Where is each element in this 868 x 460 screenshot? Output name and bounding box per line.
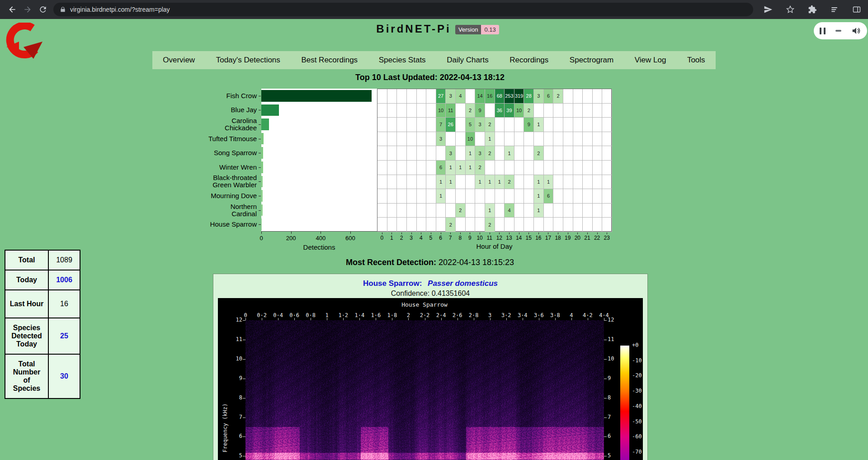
side-panel-button[interactable]	[849, 2, 864, 17]
extensions-button[interactable]	[805, 2, 820, 17]
freq-tick-label-right: 11	[608, 336, 614, 342]
heatmap-cell	[397, 218, 407, 232]
freq-tick-right	[604, 379, 607, 379]
bar-tick	[350, 232, 351, 234]
time-tick-label: 1·4	[354, 312, 364, 318]
hour-tick-label: 8	[458, 235, 462, 241]
heatmap-cell-value: 3	[446, 146, 456, 161]
stats-value[interactable]: 1006	[48, 270, 80, 290]
nav-overview[interactable]: Overview	[163, 56, 195, 65]
time-tick	[376, 318, 376, 320]
nav-daily-charts[interactable]: Daily Charts	[447, 56, 489, 65]
heatmap-cell	[593, 104, 603, 118]
freq-tick-right	[604, 359, 607, 360]
hour-tick-label: 0	[380, 235, 383, 241]
heatmap-cell-value: 3	[475, 146, 485, 161]
nav-view-log[interactable]: View Log	[635, 56, 666, 65]
heatmap-cell	[436, 146, 446, 161]
detections-bar	[261, 190, 263, 202]
heatmap-cell	[417, 104, 427, 118]
detections-bar	[261, 104, 279, 116]
heatmap-cell	[524, 175, 534, 190]
hour-tick	[431, 232, 431, 234]
heatmap-cell	[417, 161, 427, 175]
heatmap-cell	[456, 132, 466, 147]
forward-button[interactable]	[20, 2, 35, 17]
heatmap-cell	[377, 146, 387, 161]
heatmap-cell	[466, 218, 476, 232]
heatmap-cell	[417, 189, 427, 204]
heatmap-cell	[397, 132, 407, 147]
version-value: 0.13	[481, 25, 499, 34]
nav-recordings[interactable]: Recordings	[509, 56, 548, 65]
heatmap-cell	[407, 146, 417, 161]
heatmap-cell	[377, 189, 387, 204]
freq-tick-right	[604, 417, 607, 418]
extension-lines-button[interactable]	[827, 2, 842, 17]
heatmap-cell-value: 9	[475, 104, 485, 118]
heatmap-cell-value: 36	[495, 104, 505, 118]
pause-button[interactable]	[820, 28, 826, 34]
heatmap-cell	[602, 204, 612, 218]
heatmap-cell	[534, 104, 544, 118]
hour-tick	[509, 232, 509, 234]
species-axis-tick	[259, 124, 261, 125]
bar-tick-label: 0	[259, 235, 263, 242]
heatmap-cell	[387, 146, 397, 161]
heatmap-cell	[593, 89, 603, 104]
freq-tick-left	[243, 359, 245, 360]
time-tick-label: 0·4	[273, 312, 283, 318]
heatmap-cell-value: 1	[436, 189, 446, 204]
heatmap-cell	[377, 89, 387, 104]
heatmap-cell-value: 10	[436, 104, 446, 118]
heatmap-cell	[553, 204, 563, 218]
nav-today-s-detections[interactable]: Today's Detections	[216, 56, 280, 65]
nav-tools[interactable]: Tools	[687, 56, 705, 65]
heatmap-cell	[544, 204, 554, 218]
heatmap-cell-value: 1	[485, 132, 495, 147]
species-axis-tick	[259, 196, 261, 196]
hour-tick	[450, 232, 451, 234]
send-icon	[764, 5, 773, 14]
freq-tick-label-right: 10	[608, 356, 614, 362]
time-tick-label: 1·6	[371, 312, 381, 318]
heatmap-cell	[397, 104, 407, 118]
heatmap-cell-value: 4	[505, 204, 514, 218]
address-bar[interactable]: virginia.birdnetpi.com/?stream=play	[53, 3, 753, 16]
heatmap-cell	[544, 104, 554, 118]
bookmark-button[interactable]	[783, 2, 798, 17]
heatmap-cell	[475, 204, 485, 218]
volume-button[interactable]	[851, 26, 861, 36]
heatmap-cell	[563, 218, 573, 232]
stats-value[interactable]: 30	[48, 354, 80, 398]
heatmap-cell	[544, 218, 554, 232]
heatmap-cell	[407, 132, 417, 147]
refresh-button[interactable]	[35, 2, 51, 17]
back-button[interactable]	[5, 2, 20, 17]
heatmap-cell-value: 1	[466, 146, 476, 161]
nav-spectrogram[interactable]: Spectrogram	[570, 56, 613, 65]
hour-tick-label: 18	[555, 235, 561, 241]
heatmap-cell-value: 28	[524, 89, 534, 104]
detection-species[interactable]: House Sparrow:	[363, 279, 422, 288]
nav-species-stats[interactable]: Species Stats	[379, 56, 426, 65]
hour-tick-label: 12	[496, 235, 502, 241]
species-label: Northern Cardinal	[177, 203, 257, 218]
hour-tick-label: 7	[449, 235, 452, 241]
stats-value[interactable]: 25	[48, 318, 80, 354]
heatmap-cell	[573, 132, 583, 147]
time-tick-label: 2·4	[436, 312, 446, 318]
detections-bar	[261, 147, 263, 159]
nav-best-recordings[interactable]: Best Recordings	[301, 56, 358, 65]
seek-slider[interactable]	[835, 30, 841, 32]
heatmap-cell	[563, 104, 573, 118]
heatmap-cell	[573, 204, 583, 218]
heatmap-cell	[563, 161, 573, 175]
send-button[interactable]	[760, 2, 776, 17]
time-tick	[458, 318, 458, 320]
heatmap-cell	[505, 118, 514, 132]
birdnet-logo[interactable]	[5, 23, 44, 62]
heatmap-cell	[553, 118, 563, 132]
time-tick-label: 4	[570, 312, 573, 318]
heatmap-cell	[436, 218, 446, 232]
